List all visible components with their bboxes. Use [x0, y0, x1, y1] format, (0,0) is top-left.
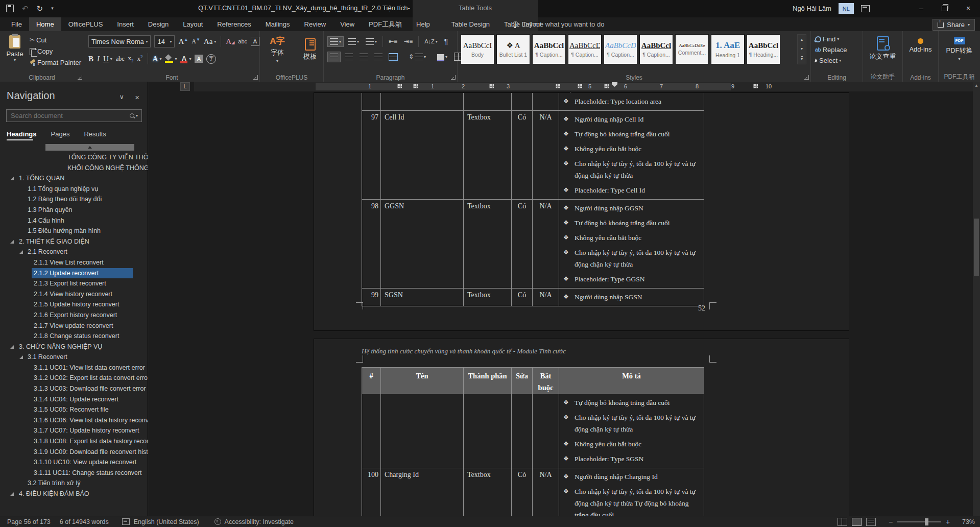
tell-me-box[interactable]: Tell me what you want to do [513, 17, 604, 31]
horizontal-ruler[interactable]: 11235678910 [194, 82, 973, 91]
collapse-triangle-icon[interactable] [10, 177, 14, 180]
officeplus-font-button[interactable]: A字 字体 ▾ [264, 36, 291, 63]
scroll-up-arrow-icon[interactable]: ▲ [973, 83, 980, 88]
web-layout-button[interactable] [866, 518, 876, 526]
tab-pdf工具箱[interactable]: PDF工具箱 [362, 17, 409, 31]
align-left-button[interactable] [328, 52, 340, 62]
nav-heading-item[interactable]: 2.1.6 Export history reconvert [0, 310, 148, 321]
share-button[interactable]: Share ▾ [933, 19, 975, 31]
paragraph-dialog-launcher[interactable] [451, 75, 456, 80]
style-card[interactable]: AaBbCcD¶ Caption... [604, 34, 637, 64]
sort-button[interactable]: A↓Z▾ [422, 37, 440, 46]
find-button[interactable]: Find▾ [815, 35, 847, 43]
cut-button[interactable]: ✂Cut [30, 36, 81, 44]
page-indicator[interactable]: Page 56 of 173 [7, 518, 51, 525]
paper-check-button[interactable]: 论文查重 [869, 36, 897, 61]
distribute-button[interactable] [387, 52, 399, 62]
zoom-slider[interactable] [897, 521, 941, 522]
tab-references[interactable]: References [210, 17, 258, 31]
nav-heading-item[interactable]: 3.1.7 UC07: Update history reconvert [0, 425, 148, 436]
nav-heading-item[interactable]: 4. ĐIỀU KIỆN ĐẢM BẢO [0, 489, 148, 499]
align-right-button[interactable] [357, 52, 370, 62]
nav-tab-pages[interactable]: Pages [51, 130, 70, 138]
nav-heading-item[interactable]: 2.1.7 View update reconvert [0, 321, 148, 331]
read-mode-button[interactable] [838, 518, 847, 526]
select-button[interactable]: Select▾ [815, 57, 847, 64]
table-column-marker[interactable] [413, 84, 418, 88]
table-column-marker[interactable] [556, 84, 560, 88]
tab-view[interactable]: View [333, 17, 362, 31]
tab-selector[interactable]: L [180, 82, 190, 91]
pdf-convert-button[interactable]: PDF PDF转换 ▾ [946, 37, 973, 61]
nav-heading-item[interactable]: 2.1.2 Update reconvert [0, 268, 148, 279]
style-card[interactable]: AaBbCcl¶ Caption... [532, 34, 566, 64]
numbering-button[interactable]: ▾ [346, 37, 361, 46]
copy-button[interactable]: Copy [30, 47, 81, 55]
table-column-marker[interactable] [578, 84, 582, 88]
table-column-marker[interactable] [604, 84, 609, 88]
clear-formatting-button[interactable]: A◢ [226, 37, 234, 46]
nav-heading-item[interactable]: 1.4 Cấu hình [0, 215, 148, 226]
style-card[interactable]: AaBbCcDdEeComment... [675, 34, 709, 64]
strikethrough-button[interactable]: abc [116, 55, 125, 63]
font-size-select[interactable]: 14▾ [154, 35, 175, 47]
customize-qat-icon[interactable]: ▾ [51, 6, 54, 11]
nav-heading-item[interactable]: 3.2 Tiến trình xử lý [0, 478, 148, 489]
font-dialog-launcher[interactable] [253, 75, 258, 80]
redo-icon[interactable]: ↻ [37, 5, 43, 12]
clipboard-dialog-launcher[interactable] [78, 75, 82, 80]
highlight-button[interactable]: ▾ [165, 55, 177, 63]
bold-button[interactable]: B [88, 55, 93, 63]
close-button[interactable]: × [957, 0, 980, 16]
nav-heading-item[interactable]: 1. TỔNG QUAN [0, 173, 148, 184]
tab-home[interactable]: Home [29, 17, 61, 31]
nav-heading-item[interactable]: 1.2 Bảng theo dõi thay đổi [0, 194, 148, 205]
undo-icon[interactable]: ↶ [22, 5, 29, 12]
style-card[interactable]: 1. AaEHeading 1 [711, 34, 745, 64]
nav-heading-item[interactable]: 3.1.11 UC11: Change status reconvert [0, 468, 148, 478]
minimize-button[interactable]: – [910, 0, 933, 16]
search-input[interactable] [7, 112, 130, 119]
accessibility-icon[interactable] [214, 518, 221, 525]
grow-font-button[interactable]: A▲ [178, 37, 188, 46]
style-card[interactable]: ❖ ABullet List 1 [496, 34, 530, 64]
nav-heading-item[interactable]: TỔNG CÔNG TY VIỄN THÔNG VIE... [0, 152, 148, 163]
show-marks-button[interactable]: ¶ [442, 36, 450, 47]
vertical-scrollbar[interactable]: ▲ [973, 82, 980, 516]
tab-file[interactable]: File [4, 17, 29, 31]
table-column-marker[interactable] [489, 84, 494, 88]
tab-review[interactable]: Review [297, 17, 333, 31]
officeplus-template-button[interactable]: 模板 [297, 38, 323, 61]
table-column-marker[interactable] [397, 84, 402, 88]
multilevel-list-button[interactable]: ▾ [364, 37, 379, 46]
collapse-triangle-icon[interactable] [10, 345, 14, 349]
styles-dialog-launcher[interactable] [804, 75, 809, 80]
increase-indent-button[interactable]: ⇥≡ [402, 36, 415, 46]
collapse-triangle-icon[interactable] [10, 492, 14, 496]
nav-heading-item[interactable]: 3.1.1 UC01: View list data convert error [0, 363, 148, 373]
enclose-characters-button[interactable]: 字 [206, 54, 216, 64]
proofing-icon[interactable] [122, 518, 130, 525]
navigation-close-icon[interactable]: × [135, 93, 139, 102]
nav-heading-item[interactable]: 3.1.8 UC08: Export list data history rec… [0, 436, 148, 447]
zoom-slider-thumb[interactable] [925, 518, 928, 525]
align-center-button[interactable] [343, 52, 355, 62]
phonetic-guide-button[interactable]: abc [238, 38, 247, 44]
nav-heading-item[interactable]: 2.1 Reconvert [0, 247, 148, 257]
tab-layout[interactable]: Layout [176, 17, 210, 31]
tab-officeplus[interactable]: OfficePLUS [61, 17, 110, 31]
replace-button[interactable]: abReplace [815, 46, 847, 54]
format-painter-button[interactable]: Format Painter [30, 59, 81, 66]
style-card[interactable]: AaBbCcDc¶ Caption... [568, 34, 602, 64]
ribbon-display-options-icon[interactable] [861, 5, 870, 12]
nav-heading-item[interactable]: 2. THIẾT KẾ GIAO DIỆN [0, 236, 148, 247]
nav-heading-item[interactable]: 2.1.3 Export list reconvert [0, 278, 148, 289]
collapse-triangle-icon[interactable] [10, 240, 14, 244]
nav-heading-item[interactable]: 3.1.10 UC10: View update reconvert [0, 457, 148, 468]
style-card[interactable]: AaBbCcIBody [461, 34, 494, 64]
styles-more-button[interactable]: ▴ ▾ ▾ [797, 34, 806, 64]
nav-heading-item[interactable]: KHỐI CÔNG NGHỆ THÔNG TIN [0, 163, 148, 174]
line-spacing-button[interactable]: ⇕▾ [407, 52, 428, 62]
bullets-button[interactable]: ▾ [328, 37, 343, 46]
justify-button[interactable] [372, 52, 385, 62]
